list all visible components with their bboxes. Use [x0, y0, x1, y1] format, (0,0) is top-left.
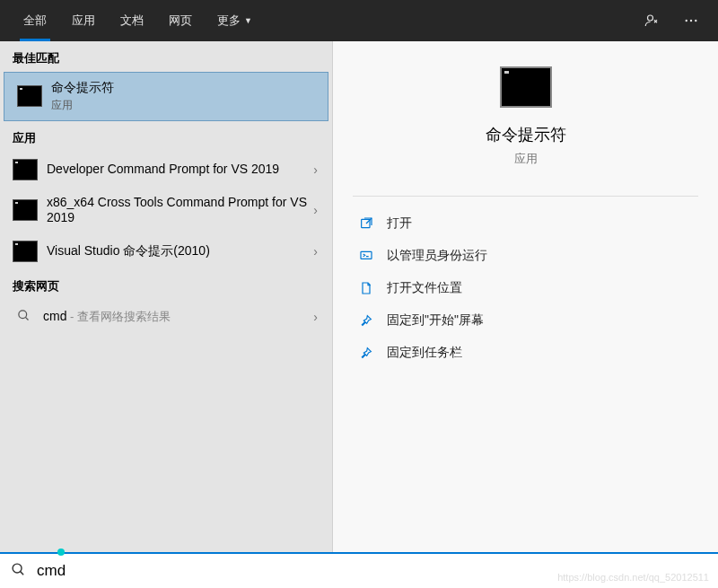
- svg-point-4: [18, 310, 26, 318]
- web-search-result[interactable]: cmd - 查看网络搜索结果 ›: [0, 300, 332, 334]
- app-result[interactable]: Visual Studio 命令提示(2010) ›: [0, 233, 332, 269]
- pin-icon: [356, 346, 376, 360]
- result-title: Developer Command Prompt for VS 2019: [47, 162, 308, 178]
- tab-web[interactable]: 网页: [156, 0, 205, 41]
- watermark: https://blog.csdn.net/qq_52012511: [557, 572, 709, 583]
- action-pin-taskbar[interactable]: 固定到任务栏: [333, 337, 718, 369]
- search-icon: [11, 562, 26, 581]
- cmd-icon: [13, 199, 38, 221]
- search-icon: [13, 309, 34, 325]
- web-query: cmd: [43, 309, 66, 323]
- chevron-right-icon[interactable]: ›: [308, 310, 323, 324]
- caret-indicator: [57, 549, 65, 556]
- search-bar: https://blog.csdn.net/qq_52012511: [0, 552, 718, 588]
- tab-more-label: 更多: [217, 13, 241, 29]
- svg-point-0: [648, 15, 653, 21]
- feedback-icon[interactable]: [634, 3, 670, 39]
- app-result[interactable]: x86_x64 Cross Tools Command Prompt for V…: [0, 188, 332, 233]
- svg-point-1: [686, 20, 687, 22]
- svg-line-5: [25, 317, 28, 320]
- svg-point-3: [695, 20, 696, 22]
- action-label: 打开: [387, 215, 412, 232]
- web-suffix: - 查看网络搜索结果: [66, 310, 171, 323]
- chevron-right-icon[interactable]: ›: [308, 203, 323, 217]
- folder-icon: [356, 281, 376, 295]
- filter-tabs: 全部 应用 文档 网页 更多 ▼: [0, 0, 718, 41]
- action-run-admin[interactable]: 以管理员身份运行: [333, 240, 718, 272]
- svg-rect-7: [361, 251, 372, 259]
- section-search-web: 搜索网页: [0, 269, 332, 300]
- best-match-result[interactable]: 命令提示符 应用: [4, 72, 328, 121]
- tab-docs[interactable]: 文档: [108, 0, 156, 41]
- tab-more[interactable]: 更多 ▼: [205, 0, 265, 41]
- tab-all[interactable]: 全部: [11, 0, 59, 41]
- action-open-location[interactable]: 打开文件位置: [333, 272, 718, 304]
- app-result[interactable]: Developer Command Prompt for VS 2019 ›: [0, 152, 332, 188]
- chevron-down-icon: ▼: [244, 16, 252, 25]
- chevron-right-icon[interactable]: ›: [308, 244, 323, 259]
- cmd-icon: [13, 241, 38, 262]
- action-label: 打开文件位置: [387, 280, 462, 296]
- detail-title: 命令提示符: [351, 124, 700, 145]
- section-best-match: 最佳匹配: [0, 41, 332, 72]
- result-title: x86_x64 Cross Tools Command Prompt for V…: [47, 195, 308, 226]
- cmd-icon: [17, 85, 42, 107]
- app-large-icon: [500, 66, 552, 108]
- detail-subtitle: 应用: [351, 151, 700, 167]
- cmd-icon: [13, 159, 38, 180]
- result-subtitle: 应用: [51, 98, 319, 113]
- result-title: 命令提示符: [51, 80, 319, 96]
- detail-panel: 命令提示符 应用 打开 以管理员身份运行 打开文件位置 固定到"开始"屏幕 固定…: [333, 41, 718, 552]
- results-panel: 最佳匹配 命令提示符 应用 应用 Developer Command Promp…: [0, 41, 333, 552]
- action-label: 以管理员身份运行: [387, 248, 487, 264]
- svg-line-9: [21, 571, 24, 575]
- chevron-right-icon[interactable]: ›: [308, 162, 323, 177]
- more-options-icon[interactable]: [673, 3, 709, 39]
- action-open[interactable]: 打开: [333, 207, 718, 240]
- action-label: 固定到"开始"屏幕: [387, 312, 484, 329]
- svg-point-2: [690, 20, 692, 22]
- svg-point-8: [13, 564, 22, 573]
- result-title: Visual Studio 命令提示(2010): [47, 243, 308, 259]
- pin-icon: [356, 313, 376, 328]
- admin-icon: [356, 249, 376, 263]
- divider: [353, 196, 698, 197]
- action-label: 固定到任务栏: [387, 345, 462, 361]
- section-apps: 应用: [0, 121, 332, 152]
- tab-apps[interactable]: 应用: [59, 0, 108, 41]
- open-icon: [356, 216, 376, 231]
- action-pin-start[interactable]: 固定到"开始"屏幕: [333, 304, 718, 337]
